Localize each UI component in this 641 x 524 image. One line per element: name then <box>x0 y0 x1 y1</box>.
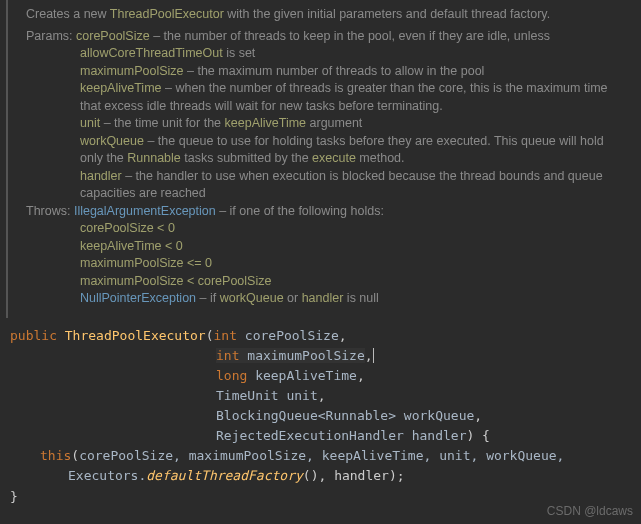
watermark: CSDN @ldcaws <box>547 503 633 520</box>
static-method: defaultThreadFactory <box>146 468 303 483</box>
type: BlockingQueue<Runnable> <box>216 408 404 423</box>
type: int <box>214 328 245 343</box>
code-line: this(corePoolSize, maximumPoolSize, keep… <box>40 446 631 466</box>
exception-desc: – if one of the following holds: <box>216 204 384 218</box>
summary-prefix: Creates a new <box>26 7 110 21</box>
param: maximumPoolSize <box>247 348 364 363</box>
param-name: corePoolSize <box>76 29 150 43</box>
param-code: keepAliveTime <box>225 116 307 130</box>
code-line: public ThreadPoolExecutor(int corePoolSi… <box>10 326 631 346</box>
exception-mid: or <box>284 291 302 305</box>
exception-code: workQueue <box>220 291 284 305</box>
param-name: handler <box>80 169 122 183</box>
paren: ( <box>206 328 214 343</box>
throws-cond: corePoolSize < 0 <box>80 221 175 235</box>
param-desc: – the handler to use when execution is b… <box>80 169 603 201</box>
param-code: Runnable <box>127 151 181 165</box>
code-line: int maximumPoolSize, <box>10 346 631 366</box>
code-line: Executors.defaultThreadFactory(), handle… <box>68 466 631 486</box>
param: workQueue <box>404 408 474 423</box>
param-desc: – the time unit for the <box>100 116 224 130</box>
doc-summary: Creates a new ThreadPoolExecutor with th… <box>26 6 623 24</box>
code-line: RejectedExecutionHandler handler) { <box>10 426 631 446</box>
param-tail: is set <box>223 46 256 60</box>
param-name: workQueue <box>80 134 144 148</box>
code-line: TimeUnit unit, <box>10 386 631 406</box>
summary-class: ThreadPoolExecutor <box>110 7 224 21</box>
code-line: } <box>10 487 631 507</box>
code-line: BlockingQueue<Runnable> workQueue, <box>10 406 631 426</box>
type: TimeUnit <box>216 388 286 403</box>
class-name: ThreadPoolExecutor <box>65 328 206 343</box>
exception-code: handler <box>302 291 344 305</box>
code-block[interactable]: public ThreadPoolExecutor(int corePoolSi… <box>0 318 641 517</box>
exception-desc: – if <box>196 291 220 305</box>
throws-label: Throws: <box>26 203 70 221</box>
param: corePoolSize <box>245 328 339 343</box>
keyword: public <box>10 328 65 343</box>
comma: , <box>474 408 482 423</box>
exception-desc: is null <box>343 291 378 305</box>
text-caret <box>373 348 374 363</box>
keyword-this: this <box>40 448 71 463</box>
comma: , <box>365 348 373 363</box>
type: long <box>216 368 255 383</box>
type: RejectedExecutionHandler <box>216 428 412 443</box>
type: int <box>216 348 247 363</box>
comma: , <box>357 368 365 383</box>
param-desc: – the number of threads to keep in the p… <box>150 29 550 43</box>
code-line: long keepAliveTime, <box>10 366 631 386</box>
param-desc: argument <box>306 116 362 130</box>
exception-name[interactable]: NullPointerException <box>80 291 196 305</box>
param-name: maximumPoolSize <box>80 64 184 78</box>
param-mid: tasks submitted by the <box>181 151 312 165</box>
param-code: execute <box>312 151 356 165</box>
params-label: Params: <box>26 28 73 46</box>
javadoc-block: Creates a new ThreadPoolExecutor with th… <box>6 0 641 318</box>
summary-suffix: with the given initial parameters and de… <box>224 7 550 21</box>
throws-cond: keepAliveTime < 0 <box>80 239 183 253</box>
args-tail: (), handler); <box>303 468 405 483</box>
param: keepAliveTime <box>255 368 357 383</box>
param-desc: – the maximum number of threads to allow… <box>184 64 485 78</box>
throws-cond: maximumPoolSize <= 0 <box>80 256 212 270</box>
param-name: unit <box>80 116 100 130</box>
comma: , <box>318 388 326 403</box>
paren-brace: ) { <box>466 428 489 443</box>
comma: , <box>339 328 347 343</box>
param: handler <box>412 428 467 443</box>
throws-cond: maximumPoolSize < corePoolSize <box>80 274 271 288</box>
close-brace: } <box>10 489 18 504</box>
class-ref: Executors. <box>68 468 146 483</box>
param: unit <box>286 388 317 403</box>
throws-section: Throws: IllegalArgumentException – if on… <box>26 203 623 308</box>
paren: ( <box>71 448 79 463</box>
exception-name[interactable]: IllegalArgumentException <box>74 204 216 218</box>
param-code: allowCoreThreadTimeOut <box>80 46 223 60</box>
params-section: Params: corePoolSize – the number of thr… <box>26 28 623 203</box>
param-desc: method. <box>356 151 405 165</box>
param-name: keepAliveTime <box>80 81 162 95</box>
args: corePoolSize, maximumPoolSize, keepAlive… <box>79 448 564 463</box>
